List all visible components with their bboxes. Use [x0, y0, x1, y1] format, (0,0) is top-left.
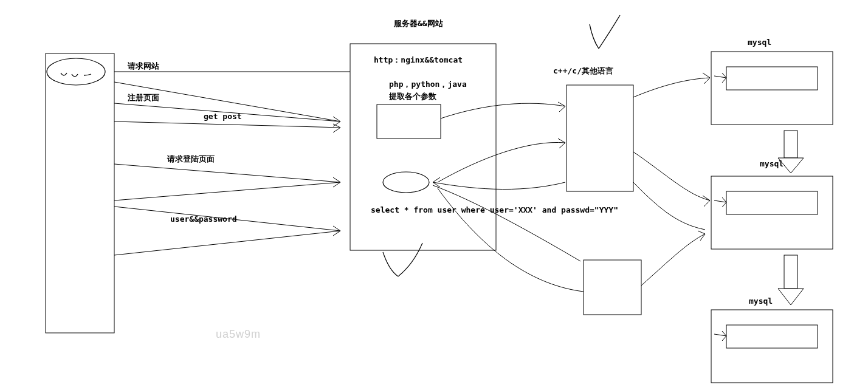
label-get-post: get post	[204, 112, 242, 121]
mysql-box-3	[711, 310, 833, 383]
watermark-text: ua5w9m	[216, 328, 261, 341]
client-box	[46, 53, 114, 333]
label-backend-lang: c++/c/其他语言	[553, 66, 613, 77]
mysql-box-1-inner	[726, 67, 818, 90]
down-arrow-2	[778, 255, 804, 305]
label-mysql-3: mysql	[749, 296, 773, 306]
label-http: http：nginx&&tomcat	[374, 55, 463, 66]
svg-marker-3	[778, 289, 804, 305]
backend-box-2	[584, 260, 641, 315]
label-extract: 提取各个参数	[389, 91, 436, 102]
server-inner-box	[377, 104, 441, 139]
backend-box	[567, 85, 633, 191]
svg-rect-0	[784, 131, 797, 158]
label-user-password: user&&password	[170, 214, 237, 224]
mysql-box-3-inner	[726, 325, 818, 348]
server-box	[350, 44, 496, 250]
mysql-box-2	[711, 176, 833, 249]
label-mysql-1: mysql	[748, 38, 771, 47]
label-mysql-2: mysql	[760, 159, 784, 168]
mysql-box-2-inner	[726, 191, 818, 214]
title-label: 服务器&&网站	[394, 18, 443, 29]
label-request-login: 请求登陆页面	[167, 154, 215, 165]
mysql-box-1	[711, 52, 833, 125]
svg-rect-2	[784, 255, 797, 289]
label-request-site: 请求网站	[128, 61, 159, 72]
server-oval	[383, 172, 429, 193]
scribble-check	[590, 15, 620, 49]
label-langs: php，python，java	[389, 79, 467, 90]
label-sql: select * from user where user='XXX' and …	[371, 205, 618, 214]
label-register-page: 注册页面	[128, 92, 159, 103]
client-face-oval	[47, 58, 105, 85]
scribble-server-below	[383, 243, 422, 276]
